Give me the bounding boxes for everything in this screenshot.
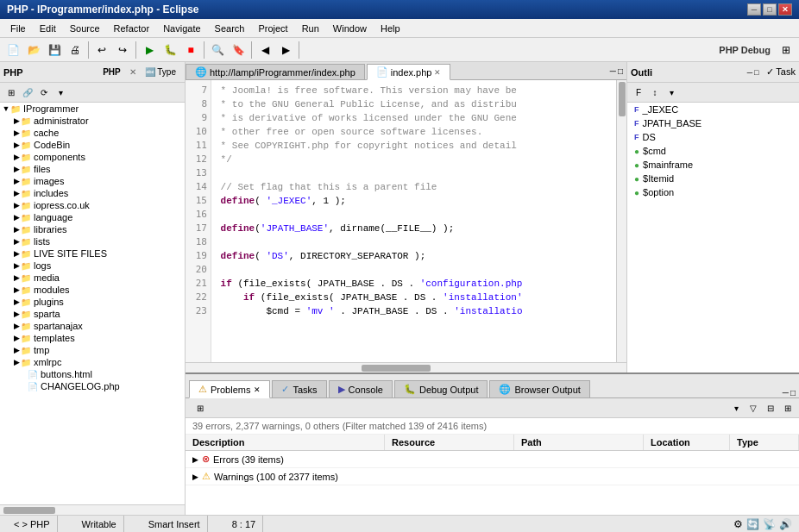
browser-output-tab[interactable]: 🌐 Browser Output bbox=[489, 380, 589, 397]
tree-item-livesite[interactable]: ▶ 📁 LIVE SITE FILES bbox=[0, 247, 185, 260]
problems-expand[interactable]: ⊞ bbox=[780, 400, 796, 416]
tree-item-administrator[interactable]: ▶ 📁 administrator bbox=[0, 115, 185, 127]
open-button[interactable]: 📂 bbox=[24, 41, 43, 59]
tree-item-changelog[interactable]: 📄 CHANGELOG.php bbox=[0, 380, 185, 392]
vertical-scrollbar[interactable] bbox=[616, 80, 626, 362]
outline-item-itemid[interactable]: ● $Itemid bbox=[627, 172, 799, 185]
tree-item-logs[interactable]: ▶ 📁 logs bbox=[0, 260, 185, 272]
console-tab[interactable]: ▶ Console bbox=[329, 380, 393, 397]
menu-window[interactable]: Window bbox=[326, 22, 374, 35]
back-nav-button[interactable]: ◀ bbox=[255, 41, 274, 59]
undo-button[interactable]: ↩ bbox=[92, 41, 111, 59]
tree-item-buttons-html[interactable]: 📄 buttons.html bbox=[0, 368, 185, 380]
status-icon-1[interactable]: ⚙ bbox=[733, 518, 743, 530]
status-icon-4[interactable]: 🔊 bbox=[779, 518, 792, 530]
tab-close-button[interactable]: ✕ bbox=[434, 68, 441, 77]
horizontal-scrollbar[interactable] bbox=[186, 362, 626, 372]
forward-nav-button[interactable]: ▶ bbox=[276, 41, 295, 59]
php-tab[interactable]: PHP bbox=[98, 66, 126, 78]
stop-button[interactable]: ■ bbox=[181, 41, 200, 59]
left-panel-menu[interactable]: ▾ bbox=[53, 84, 68, 100]
bottom-panel-min[interactable]: ─ bbox=[783, 388, 789, 397]
col-resource[interactable]: Resource bbox=[385, 435, 514, 450]
perspectives-button[interactable]: ⊞ bbox=[777, 41, 796, 59]
tree-item-modules[interactable]: ▶ 📁 modules bbox=[0, 284, 185, 296]
tree-item-xmlrpc[interactable]: ▶ 📁 xmlrpc bbox=[0, 356, 185, 368]
warnings-row[interactable]: ▶ ⚠ Warnings (100 of 2377 items) bbox=[186, 468, 799, 485]
problems-tab[interactable]: ⚠ Problems ✕ bbox=[189, 380, 270, 398]
scroll-thumb-v[interactable] bbox=[619, 82, 626, 116]
maximize-button[interactable]: □ bbox=[763, 3, 777, 16]
outline-minimize[interactable]: ─ bbox=[747, 68, 752, 77]
tree-item-iopress[interactable]: ▶ 📁 iopress.co.uk bbox=[0, 199, 185, 211]
col-location[interactable]: Location bbox=[644, 435, 730, 450]
scroll-thumb-h[interactable] bbox=[362, 365, 431, 372]
menu-search[interactable]: Search bbox=[208, 22, 252, 35]
problems-collapse[interactable]: ⊟ bbox=[763, 400, 778, 416]
menu-source[interactable]: Source bbox=[63, 22, 107, 35]
type-tab[interactable]: 🔤 Type bbox=[140, 66, 181, 78]
bottom-panel-max[interactable]: □ bbox=[790, 388, 796, 397]
outline-item-mainframe[interactable]: ● $mainframe bbox=[627, 158, 799, 172]
print-button[interactable]: 🖨 bbox=[66, 41, 85, 59]
outline-item-ds[interactable]: F DS bbox=[627, 130, 799, 144]
editor-maximize[interactable]: □ bbox=[618, 66, 623, 76]
debug-button[interactable]: 🐛 bbox=[160, 41, 179, 59]
code-editor[interactable]: 7 8 9 10 11 12 13 14 15 16 17 bbox=[186, 80, 626, 362]
filter-button[interactable]: ⊞ bbox=[192, 400, 208, 416]
outline-menu[interactable]: ▾ bbox=[664, 84, 679, 100]
debug-output-tab[interactable]: 🐛 Debug Output bbox=[394, 380, 488, 397]
tree-item-includes[interactable]: ▶ 📁 includes bbox=[0, 187, 185, 199]
col-path[interactable]: Path bbox=[514, 435, 644, 450]
save-button[interactable]: 💾 bbox=[45, 41, 64, 59]
bookmark-button[interactable]: 🔖 bbox=[229, 41, 248, 59]
tree-item-tmp[interactable]: ▶ 📁 tmp bbox=[0, 344, 185, 356]
problems-toolbar-btn1[interactable]: ▾ bbox=[728, 400, 744, 416]
browser-tab[interactable]: 🌐 http://lamp/iProgrammer/index.php bbox=[186, 64, 365, 79]
menu-refactor[interactable]: Refactor bbox=[107, 22, 157, 35]
outline-maximize[interactable]: □ bbox=[754, 68, 758, 77]
file-tree[interactable]: ▼ 📁 IProgrammer ▶ 📁 administrator ▶ 📁 ca… bbox=[0, 103, 185, 504]
status-icon-2[interactable]: 🔄 bbox=[746, 518, 759, 530]
sync-button[interactable]: ⟳ bbox=[36, 84, 52, 100]
tree-item-cache[interactable]: ▶ 📁 cache bbox=[0, 127, 185, 139]
menu-project[interactable]: Project bbox=[251, 22, 294, 35]
outline-item-cmd[interactable]: ● $cmd bbox=[627, 144, 799, 158]
tree-item-spartanajax[interactable]: ▶ 📁 spartanajax bbox=[0, 320, 185, 332]
tree-item-templates[interactable]: ▶ 📁 templates bbox=[0, 332, 185, 344]
search-toolbar-button[interactable]: 🔍 bbox=[208, 41, 227, 59]
menu-edit[interactable]: Edit bbox=[33, 22, 63, 35]
index-php-tab[interactable]: 📄 index.php ✕ bbox=[367, 64, 451, 80]
problems-toolbar-btn2[interactable]: ▽ bbox=[746, 400, 761, 416]
tree-item-media[interactable]: ▶ 📁 media bbox=[0, 272, 185, 284]
errors-row[interactable]: ▶ ⊗ Errors (39 items) bbox=[186, 451, 799, 468]
col-type[interactable]: Type bbox=[730, 435, 799, 450]
tree-item-plugins[interactable]: ▶ 📁 plugins bbox=[0, 296, 185, 308]
tree-item-codebin[interactable]: ▶ 📁 CodeBin bbox=[0, 139, 185, 151]
col-description[interactable]: Description bbox=[186, 435, 385, 450]
tasks-tab[interactable]: ✓ Tasks bbox=[272, 380, 326, 397]
code-content[interactable]: * Joomla! is free software. This version… bbox=[211, 80, 616, 362]
tree-item-language[interactable]: ▶ 📁 language bbox=[0, 211, 185, 223]
tree-item-images[interactable]: ▶ 📁 images bbox=[0, 175, 185, 187]
menu-navigate[interactable]: Navigate bbox=[156, 22, 207, 35]
scroll-thumb-h[interactable] bbox=[3, 507, 55, 514]
link-editor-button[interactable]: 🔗 bbox=[20, 84, 35, 100]
collapse-all-button[interactable]: ⊞ bbox=[3, 84, 19, 100]
outline-item-option[interactable]: ● $option bbox=[627, 185, 799, 199]
outline-sort[interactable]: ↕ bbox=[647, 84, 663, 100]
tree-item-sparta[interactable]: ▶ 📁 sparta bbox=[0, 308, 185, 320]
tree-item-components[interactable]: ▶ 📁 components bbox=[0, 151, 185, 163]
run-button[interactable]: ▶ bbox=[140, 41, 159, 59]
tree-item-lists[interactable]: ▶ 📁 lists bbox=[0, 235, 185, 247]
tree-scrollbar-h[interactable] bbox=[0, 504, 185, 515]
redo-button[interactable]: ↪ bbox=[113, 41, 132, 59]
new-button[interactable]: 📄 bbox=[3, 41, 22, 59]
status-icon-3[interactable]: 📡 bbox=[763, 518, 776, 530]
outline-hide-fields[interactable]: F bbox=[631, 84, 646, 100]
outline-item-jexec[interactable]: F _JEXEC bbox=[627, 103, 799, 116]
minimize-button[interactable]: ─ bbox=[747, 3, 761, 16]
left-panel-close[interactable]: ✕ bbox=[128, 66, 138, 78]
problems-close[interactable]: ✕ bbox=[254, 385, 261, 394]
menu-help[interactable]: Help bbox=[374, 22, 407, 35]
